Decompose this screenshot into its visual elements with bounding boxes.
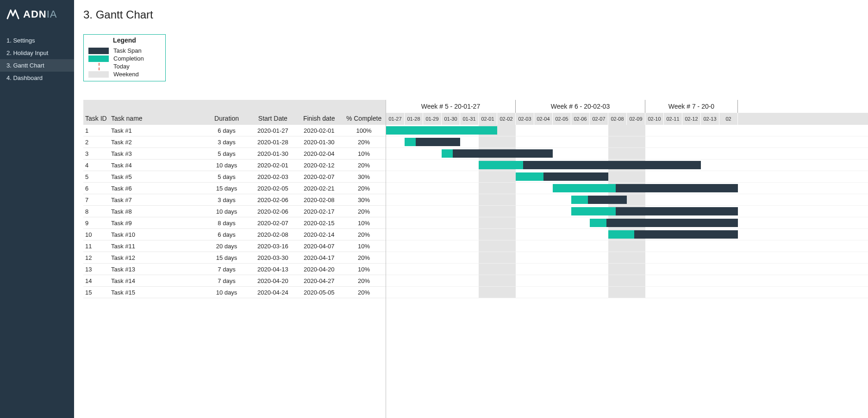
task-cell-id: 7 xyxy=(83,197,111,203)
gantt-cell xyxy=(460,229,479,240)
gantt-cell xyxy=(423,275,442,286)
task-row[interactable]: 8Task #810 days2020-02-062020-02-1720% xyxy=(83,206,386,217)
sidebar-item-2[interactable]: 3. Gantt Chart xyxy=(0,59,74,72)
gantt-cell xyxy=(516,229,534,240)
task-cell-end: 2020-04-20 xyxy=(296,266,342,273)
task-cell-end: 2020-01-30 xyxy=(296,139,342,146)
gantt-cell xyxy=(571,125,590,136)
task-cell-end: 2020-02-21 xyxy=(296,185,342,192)
gantt-cell xyxy=(460,136,479,148)
task-row[interactable]: 6Task #615 days2020-02-052020-02-2120% xyxy=(83,183,386,194)
gantt-week-cell: Week # 7 - 20-0 xyxy=(645,100,738,113)
gantt-cell xyxy=(405,206,423,217)
gantt-cell xyxy=(386,183,405,194)
task-row[interactable]: 13Task #137 days2020-04-132020-04-2010% xyxy=(83,264,386,275)
task-row[interactable]: 14Task #147 days2020-04-202020-04-2720% xyxy=(83,275,386,287)
task-row[interactable]: 11Task #1120 days2020-03-162020-04-0710% xyxy=(83,240,386,252)
gantt-cell xyxy=(682,264,701,275)
task-row[interactable]: 4Task #410 days2020-02-012020-02-1220% xyxy=(83,160,386,171)
gantt-cell xyxy=(497,275,516,286)
gantt-cell xyxy=(701,148,719,159)
gantt-row xyxy=(386,171,868,183)
gantt-cell xyxy=(664,148,682,159)
task-row[interactable]: 1Task #16 days2020-01-272020-02-01100% xyxy=(83,125,386,136)
gantt-day-cell: 02-13 xyxy=(701,113,719,125)
gantt-bar-completion xyxy=(516,172,543,181)
gantt-cell xyxy=(460,275,479,286)
gantt-cell xyxy=(442,194,460,205)
task-cell-name: Task #4 xyxy=(111,162,204,169)
gantt-cell xyxy=(645,148,664,159)
gantt-day-header: 01-2701-2801-2901-3001-3102-0102-0202-03… xyxy=(386,113,868,125)
gantt-cell xyxy=(608,125,627,136)
gantt-cell xyxy=(627,264,645,275)
sidebar-item-1[interactable]: 2. Holiday Input xyxy=(0,47,74,59)
task-cell-end: 2020-02-12 xyxy=(296,162,342,169)
legend-label: Today xyxy=(113,63,130,70)
gantt-cell xyxy=(405,183,423,194)
gantt-cell xyxy=(645,194,664,205)
gantt-cell xyxy=(423,217,442,228)
gantt-cell xyxy=(664,125,682,136)
task-rows: 1Task #16 days2020-01-272020-02-01100%2T… xyxy=(83,125,386,298)
task-cell-pct: 20% xyxy=(342,277,386,284)
content-row: Task ID Task name Duration Start Date Fi… xyxy=(83,100,868,418)
brand-icon xyxy=(6,9,19,19)
col-header-name: Task name xyxy=(111,115,204,122)
gantt-cell xyxy=(701,125,719,136)
task-cell-duration: 8 days xyxy=(204,220,250,227)
gantt-cell xyxy=(645,287,664,298)
gantt-day-cell: 02-07 xyxy=(590,113,608,125)
gantt-cell xyxy=(534,252,553,263)
task-row[interactable]: 10Task #106 days2020-02-082020-02-1420% xyxy=(83,229,386,240)
task-row[interactable]: 9Task #98 days2020-02-072020-02-1510% xyxy=(83,217,386,229)
gantt-cell xyxy=(386,264,405,275)
gantt-cell xyxy=(534,194,553,205)
task-row[interactable]: 3Task #35 days2020-01-302020-02-0410% xyxy=(83,148,386,160)
task-cell-start: 2020-02-06 xyxy=(250,208,296,215)
gantt-cell xyxy=(608,287,627,298)
task-row[interactable]: 2Task #23 days2020-01-282020-01-3020% xyxy=(83,136,386,148)
gantt-cell xyxy=(701,252,719,263)
gantt-cell xyxy=(701,160,719,171)
gantt-cell xyxy=(479,240,497,252)
gantt-cell xyxy=(627,275,645,286)
task-cell-end: 2020-04-07 xyxy=(296,243,342,250)
brand-name-main: ADN xyxy=(23,8,47,20)
gantt-cell xyxy=(590,125,608,136)
sidebar-item-0[interactable]: 1. Settings xyxy=(0,34,74,47)
gantt-day-cell: 01-28 xyxy=(405,113,423,125)
task-cell-id: 6 xyxy=(83,185,111,192)
gantt-row xyxy=(386,160,868,171)
gantt-cell xyxy=(386,206,405,217)
gantt-cell xyxy=(571,287,590,298)
gantt-bar-span[interactable] xyxy=(590,219,738,227)
gantt-row xyxy=(386,125,868,136)
gantt-cell xyxy=(534,275,553,286)
gantt-cell xyxy=(719,160,738,171)
gantt-bar-span[interactable] xyxy=(442,149,553,158)
task-cell-id: 11 xyxy=(83,243,111,250)
task-row[interactable]: 5Task #55 days2020-02-032020-02-0730% xyxy=(83,171,386,183)
task-row[interactable]: 12Task #1215 days2020-03-302020-04-1720% xyxy=(83,252,386,264)
gantt-chart[interactable]: Week # 5 - 20-01-27Week # 6 - 20-02-03We… xyxy=(386,100,868,418)
task-cell-start: 2020-02-06 xyxy=(250,197,296,203)
gantt-day-cell: 02-10 xyxy=(645,113,664,125)
task-cell-name: Task #15 xyxy=(111,289,204,296)
gantt-cell xyxy=(534,264,553,275)
task-row[interactable]: 15Task #1510 days2020-04-242020-05-0520% xyxy=(83,287,386,298)
gantt-cell xyxy=(386,171,405,182)
task-cell-pct: 10% xyxy=(342,150,386,157)
gantt-cell xyxy=(497,183,516,194)
task-row[interactable]: 7Task #73 days2020-02-062020-02-0830% xyxy=(83,194,386,206)
gantt-cell xyxy=(516,217,534,228)
gantt-cell xyxy=(719,264,738,275)
gantt-cell xyxy=(516,183,534,194)
gantt-cell xyxy=(442,240,460,252)
task-cell-start: 2020-02-01 xyxy=(250,162,296,169)
sidebar-item-3[interactable]: 4. Dashboard xyxy=(0,72,74,84)
gantt-cell xyxy=(682,125,701,136)
task-cell-name: Task #9 xyxy=(111,220,204,227)
gantt-cell xyxy=(682,171,701,182)
gantt-week-cell: Week # 6 - 20-02-03 xyxy=(516,100,645,113)
